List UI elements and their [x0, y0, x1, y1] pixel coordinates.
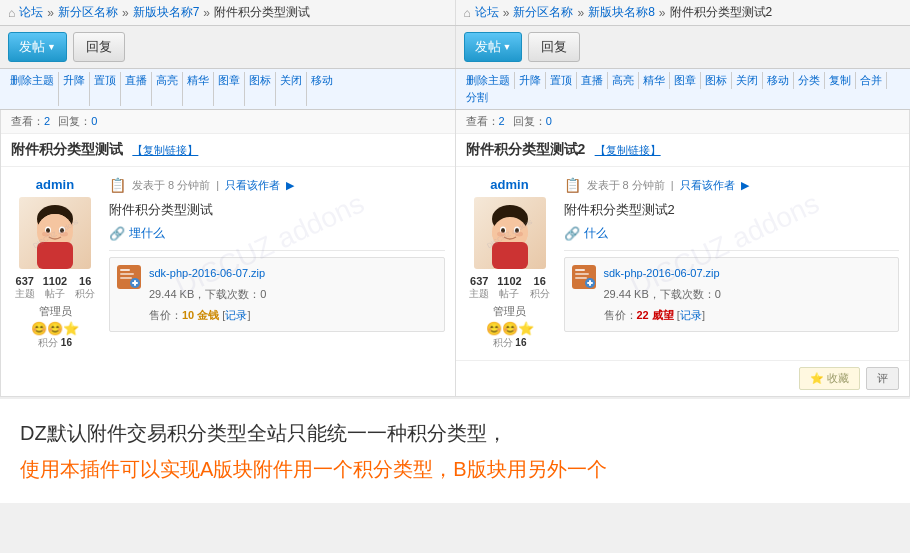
right-reply-button[interactable]: 回复	[528, 32, 580, 62]
breadcrumb-current: 附件积分类型测试	[214, 4, 310, 21]
right-record-link[interactable]: 记录	[680, 309, 702, 321]
left-stat-score: 16 积分	[72, 275, 98, 301]
toolbar-close[interactable]: 关闭	[276, 72, 307, 106]
left-reply-button[interactable]: 回复	[73, 32, 125, 62]
bottom-line1: DZ默认附件交易积分类型全站只能统一一种积分类型，	[20, 415, 890, 451]
toolbar-stamp[interactable]: 图章	[214, 72, 245, 106]
left-author-name: admin	[11, 177, 99, 192]
toolbar-split-r[interactable]: 分割	[462, 89, 492, 106]
toolbar-highlight-r[interactable]: 高亮	[608, 72, 639, 89]
svg-rect-11	[37, 242, 73, 269]
toolbar-delete[interactable]: 删除主题	[6, 72, 59, 106]
review-button[interactable]: 评	[866, 367, 899, 390]
bottom-section: DZ默认附件交易积分类型全站只能统一一种积分类型， 使用本插件可以实现A版块附件…	[0, 397, 910, 503]
svg-rect-31	[575, 269, 585, 271]
right-divider	[564, 250, 900, 251]
left-stats-bar: 查看：2 回复：0	[1, 110, 455, 134]
toolbar-delete-r[interactable]: 删除主题	[462, 72, 515, 89]
attachment-icon-r	[570, 263, 598, 291]
right-post-button[interactable]: 发帖 ▼	[464, 32, 523, 62]
left-attachment-info: sdk-php-2016-06-07.zip 29.44 KB，下载次数：0 售…	[149, 263, 266, 326]
post-btn-arrow: ▼	[47, 42, 56, 52]
breadcrumb-board-link-r[interactable]: 新版块名称8	[588, 4, 655, 21]
toolbar-rank[interactable]: 升降	[59, 72, 90, 106]
left-toolbar: 删除主题 升降 置顶 直播 高亮 精华 图章 图标 关闭 移动	[0, 69, 456, 109]
breadcrumb-board-link[interactable]: 新版块名称7	[133, 4, 200, 21]
left-stat-topics: 637 主题	[12, 275, 38, 301]
toolbar-icon-r[interactable]: 图标	[701, 72, 732, 89]
left-post-button[interactable]: 发帖 ▼	[8, 32, 67, 62]
toolbar-live-r[interactable]: 直播	[577, 72, 608, 89]
left-breadcrumb: ⌂ 论坛 » 新分区名称 » 新版块名称7 » 附件积分类型测试	[0, 0, 456, 25]
toolbar-elite-r[interactable]: 精华	[639, 72, 670, 89]
left-post-text: 附件积分类型测试	[109, 201, 445, 219]
right-author-role: 管理员	[466, 304, 554, 319]
breadcrumb-forum-link[interactable]: 论坛	[19, 4, 43, 21]
left-author-stats: 637 主题 1102 帖子 16 积分	[11, 275, 99, 301]
arrow-icon-r: ▶	[741, 179, 749, 192]
right-attachment-info: sdk-php-2016-06-07.zip 29.44 KB，下载次数：0 售…	[604, 263, 721, 326]
left-thread-title: 附件积分类型测试	[11, 141, 123, 157]
toolbar-move[interactable]: 移动	[307, 72, 337, 106]
right-stat-topics: 637 主题	[466, 275, 492, 301]
left-post-content: 📋 发表于 8 分钟前 | 只看该作者 ▶ 附件积分类型测试 🔗 埋什么	[99, 177, 445, 350]
left-only-author[interactable]: 只看该作者	[225, 178, 280, 193]
right-view-count: 查看：2	[466, 114, 505, 129]
breadcrumb-section-link[interactable]: 新分区名称	[58, 4, 118, 21]
right-sub-link: 🔗 什么	[564, 225, 900, 242]
left-copy-link[interactable]: 【复制链接】	[132, 144, 198, 156]
breadcrumb-section-link-r[interactable]: 新分区名称	[513, 4, 573, 21]
right-post-container: admin	[456, 167, 910, 360]
toolbar-stamp-r[interactable]: 图章	[670, 72, 701, 89]
left-sub-text-link[interactable]: 埋什么	[129, 225, 165, 242]
right-author-panel: admin	[466, 177, 554, 350]
toolbar-category-r[interactable]: 分类	[794, 72, 825, 89]
breadcrumb-forum-link-r[interactable]: 论坛	[475, 4, 499, 21]
svg-rect-32	[575, 273, 589, 275]
toolbar-sticky[interactable]: 置顶	[90, 72, 121, 106]
attachment-icon	[115, 263, 143, 291]
right-author-stars: 😊😊⭐	[466, 321, 554, 336]
toolbar-highlight[interactable]: 高亮	[152, 72, 183, 106]
toolbar-merge-r[interactable]: 合并	[856, 72, 887, 89]
left-attachment-size: 29.44 KB，下载次数：0	[149, 288, 266, 300]
left-author-panel: admin	[11, 177, 99, 350]
left-action-bar: 发帖 ▼ 回复	[0, 26, 456, 68]
toolbar-close-r[interactable]: 关闭	[732, 72, 763, 89]
left-author-stars: 😊😊⭐	[11, 321, 99, 336]
toolbar-rank-r[interactable]: 升降	[515, 72, 546, 89]
home-icon-right: ⌂	[464, 6, 471, 20]
post-time-icon-r: 📋	[564, 177, 581, 193]
right-author-stats: 637 主题 1102 帖子 16 积分	[466, 275, 554, 301]
toolbar-icon[interactable]: 图标	[245, 72, 276, 106]
right-attachment-size: 29.44 KB，下载次数：0	[604, 288, 721, 300]
left-attachment-link[interactable]: sdk-php-2016-06-07.zip	[149, 267, 265, 279]
toolbar-copy-r[interactable]: 复制	[825, 72, 856, 89]
right-stats-bar: 查看：2 回复：0	[456, 110, 910, 134]
left-stat-posts: 1102 帖子	[40, 275, 70, 301]
right-copy-link[interactable]: 【复制链接】	[595, 144, 661, 156]
collect-button[interactable]: ⭐ 收藏	[799, 367, 860, 390]
right-attachment-link[interactable]: sdk-php-2016-06-07.zip	[604, 267, 720, 279]
svg-point-9	[42, 232, 50, 237]
toolbar-move-r[interactable]: 移动	[763, 72, 794, 89]
toolbar-elite[interactable]: 精华	[183, 72, 214, 106]
right-bottom-buttons: ⭐ 收藏 评	[456, 360, 910, 396]
left-view-count: 查看：2	[11, 114, 50, 129]
right-only-author[interactable]: 只看该作者	[680, 178, 735, 193]
right-breadcrumb: ⌂ 论坛 » 新分区名称 » 新版块名称8 » 附件积分类型测试2	[456, 0, 911, 25]
right-sub-text-link[interactable]: 什么	[584, 225, 608, 242]
right-post-meta: 📋 发表于 8 分钟前 | 只看该作者 ▶	[564, 177, 900, 193]
svg-rect-29	[492, 242, 528, 269]
breadcrumb-current-r: 附件积分类型测试2	[670, 4, 773, 21]
avatar-image	[19, 197, 91, 269]
toolbar-sticky-r[interactable]: 置顶	[546, 72, 577, 89]
svg-point-27	[497, 232, 505, 237]
left-sub-link: 🔗 埋什么	[109, 225, 445, 242]
left-record-link[interactable]: 记录	[225, 309, 247, 321]
right-column: 查看：2 回复：0 附件积分类型测试2 【复制链接】 admin	[456, 110, 910, 396]
arrow-icon: ▶	[286, 179, 294, 192]
right-avatar: DISCUZ addons	[474, 197, 546, 269]
right-reply-count: 回复：0	[513, 114, 552, 129]
toolbar-live[interactable]: 直播	[121, 72, 152, 106]
